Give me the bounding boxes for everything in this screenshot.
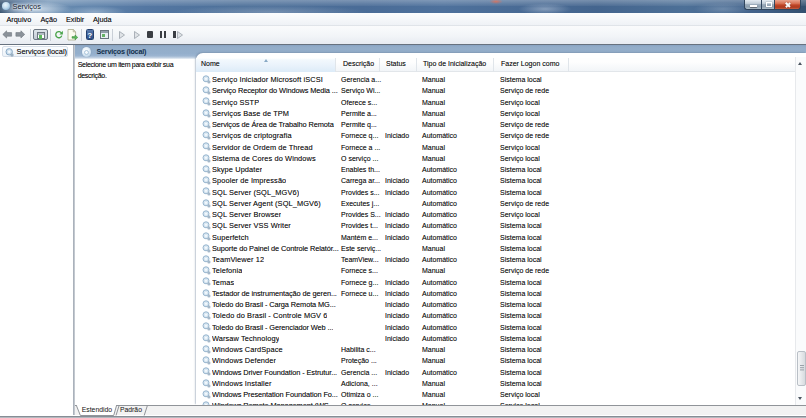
svg-text:Padrão: Padrão — [120, 406, 142, 413]
svg-text:Estendido: Estendido — [81, 406, 111, 413]
